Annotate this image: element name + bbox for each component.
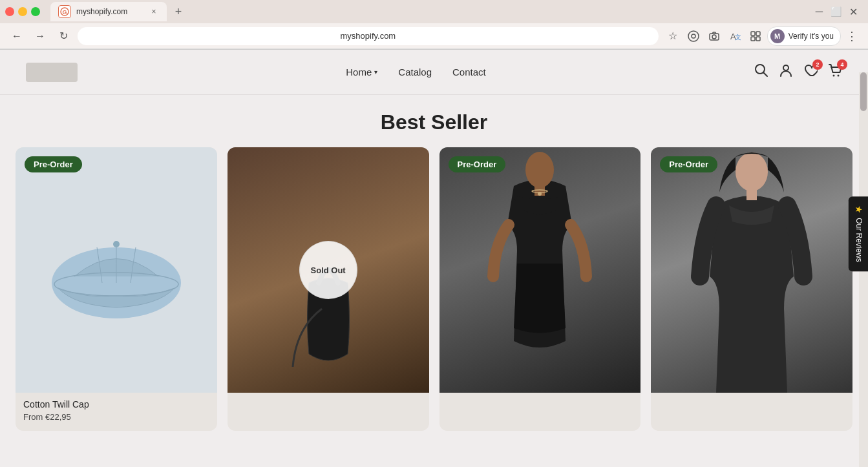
svg-point-5 bbox=[712, 35, 716, 39]
minimize-icon[interactable]: ─ bbox=[816, 6, 823, 17]
cap-background bbox=[16, 147, 217, 393]
nav-home-label: Home bbox=[346, 67, 372, 78]
account-button[interactable] bbox=[779, 63, 793, 81]
page-content: Home ▾ Catalog Contact bbox=[0, 50, 868, 444]
address-bar[interactable]: myshopify.com bbox=[78, 27, 659, 45]
reviews-tab[interactable]: ★ Our Reviews bbox=[849, 196, 868, 271]
product-info-1: Cotton Twill Cap From €22,95 bbox=[16, 393, 217, 431]
sold-out-overlay: Sold Out bbox=[299, 241, 357, 299]
site-logo bbox=[26, 63, 78, 82]
svg-point-14 bbox=[783, 65, 789, 70]
pre-order-badge-1: Pre-Order bbox=[25, 156, 82, 172]
back-button[interactable]: ← bbox=[8, 27, 26, 45]
reviews-tab-label: Our Reviews bbox=[854, 218, 863, 262]
wishlist-count: 2 bbox=[812, 59, 823, 70]
pre-order-badge-4: Pre-Order bbox=[660, 156, 717, 172]
navigation-bar: ← → ↻ myshopify.com ☆ A bbox=[0, 23, 868, 49]
nav-catalog[interactable]: Catalog bbox=[398, 67, 432, 78]
restore-icon[interactable]: ⬜ bbox=[831, 6, 842, 17]
svg-rect-11 bbox=[756, 37, 760, 41]
svg-rect-10 bbox=[751, 37, 755, 41]
camera-button[interactable] bbox=[705, 27, 723, 45]
extensions-button[interactable] bbox=[684, 27, 703, 45]
product-card-3[interactable]: Pre-Order bbox=[439, 147, 641, 431]
tab-bar: G myshopify.com × + bbox=[45, 0, 810, 23]
site-actions: 2 4 bbox=[754, 63, 842, 81]
translate-button[interactable]: A 文 bbox=[726, 27, 744, 45]
refresh-button[interactable]: ↻ bbox=[54, 27, 72, 45]
svg-point-3 bbox=[692, 34, 695, 38]
minimize-window-button[interactable] bbox=[18, 7, 27, 16]
tab-title: myshopify.com bbox=[76, 7, 127, 16]
svg-point-2 bbox=[688, 31, 699, 41]
product-info-2 bbox=[228, 393, 429, 411]
nav-contact-label: Contact bbox=[452, 67, 486, 78]
svg-point-16 bbox=[837, 75, 839, 77]
search-button[interactable] bbox=[754, 63, 768, 81]
tab-favicon: G bbox=[58, 5, 71, 18]
top-image bbox=[439, 147, 641, 393]
home-chevron-icon: ▾ bbox=[374, 68, 377, 76]
title-bar: G myshopify.com × + ─ ⬜ ✕ bbox=[0, 0, 868, 23]
svg-point-15 bbox=[832, 75, 834, 77]
product-image-1: Pre-Order bbox=[16, 147, 217, 393]
svg-rect-9 bbox=[756, 32, 760, 36]
svg-point-24 bbox=[538, 192, 542, 196]
product-name-1: Cotton Twill Cap bbox=[23, 399, 209, 410]
site-header: Home ▾ Catalog Contact bbox=[0, 50, 868, 95]
close-icon[interactable]: ✕ bbox=[849, 6, 858, 18]
close-window-button[interactable] bbox=[5, 7, 14, 16]
nav-catalog-label: Catalog bbox=[398, 67, 432, 78]
section-title: Best Seller bbox=[0, 95, 868, 147]
window-controls bbox=[5, 7, 40, 16]
maximize-window-button[interactable] bbox=[31, 7, 40, 16]
nav-icon-group: ☆ A 文 bbox=[664, 26, 860, 46]
profile-label: Verify it's you bbox=[789, 32, 834, 41]
site-nav: Home ▾ Catalog Contact bbox=[346, 67, 485, 78]
new-tab-button[interactable]: + bbox=[169, 3, 187, 21]
product-image-4: Pre-Order bbox=[651, 147, 852, 393]
profile-button[interactable]: M Verify it's you bbox=[767, 26, 841, 46]
product-info-4 bbox=[651, 393, 852, 411]
products-grid: Pre-Order Cotton Twill Cap From €22,95 bbox=[0, 147, 868, 431]
puzzle-button[interactable] bbox=[746, 27, 765, 45]
profile-avatar: M bbox=[770, 29, 785, 43]
svg-point-18 bbox=[113, 241, 120, 247]
svg-rect-8 bbox=[751, 32, 755, 36]
product-image-2: Sold Out bbox=[228, 147, 429, 393]
browser-tab[interactable]: G myshopify.com × bbox=[50, 2, 167, 21]
tab-close-button[interactable]: × bbox=[149, 6, 159, 17]
product-card-4[interactable]: Pre-Order bbox=[651, 147, 852, 431]
svg-line-13 bbox=[763, 73, 767, 77]
wishlist-button[interactable]: 2 bbox=[803, 63, 818, 81]
svg-text:文: 文 bbox=[735, 34, 741, 41]
cart-button[interactable]: 4 bbox=[828, 63, 842, 81]
cart-count: 4 bbox=[837, 59, 847, 70]
product-price-1: From €22,95 bbox=[23, 412, 209, 422]
sold-out-label: Sold Out bbox=[311, 265, 346, 275]
product-card-1[interactable]: Pre-Order Cotton Twill Cap From €22,95 bbox=[16, 147, 217, 431]
svg-point-21 bbox=[525, 152, 554, 188]
nav-contact[interactable]: Contact bbox=[452, 67, 486, 78]
star-icon: ★ bbox=[854, 205, 864, 214]
svg-point-25 bbox=[736, 152, 768, 191]
svg-text:G: G bbox=[62, 9, 67, 16]
forward-button[interactable]: → bbox=[31, 27, 49, 45]
browser-menu-button[interactable]: ⋮ bbox=[843, 29, 860, 43]
svg-rect-26 bbox=[746, 187, 757, 200]
jacket-image bbox=[651, 147, 852, 393]
browser-chrome: G myshopify.com × + ─ ⬜ ✕ ← → ↻ myshopif… bbox=[0, 0, 868, 50]
product-card-2[interactable]: Sold Out bbox=[228, 147, 429, 431]
scrollbar-thumb[interactable] bbox=[860, 72, 867, 111]
bookmark-button[interactable]: ☆ bbox=[664, 27, 682, 45]
nav-home[interactable]: Home ▾ bbox=[346, 67, 377, 78]
product-info-3 bbox=[439, 393, 641, 411]
pre-order-badge-3: Pre-Order bbox=[449, 156, 506, 172]
product-image-3: Pre-Order bbox=[439, 147, 641, 393]
